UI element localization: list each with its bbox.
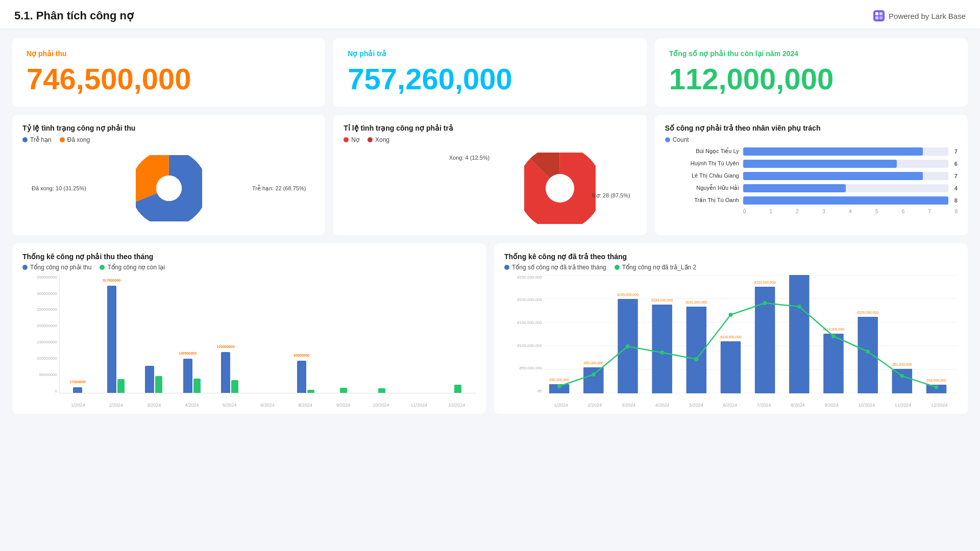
legend-dot-green [100,265,105,270]
svg-rect-0 [873,10,885,21]
svg-text:đ195,000,000: đ195,000,000 [617,293,639,296]
kpi-card-receivable: Nợ phải thu 746,500,000 [12,38,325,107]
hbar-track [743,184,948,192]
kpi-label-2: Tổng số nợ phải thu còn lại năm 2024 [669,49,953,58]
vchart1-green-bar [307,390,314,393]
svg-text:đ222,000,000: đ222,000,000 [754,281,776,284]
powered-by-label: Powered by Lark Base [889,12,966,20]
vchart1-blue-bar-label: 120000000 [217,345,235,348]
legend-dot-blue3 [22,265,28,270]
legend-item-xong: Xong [368,136,389,143]
legend-dot-blue [22,137,28,142]
svg-point-44 [660,350,664,355]
chart3-title: Số công nợ phải trả theo nhân viên phụ t… [665,124,958,132]
vchart1-green-bar [117,379,125,393]
legend-item-no: Nợ [344,136,359,143]
vchart1-blue-bar: 120000000 [221,352,230,393]
svg-point-50 [866,349,870,354]
legend-label-trêhan: Trễ hạn [30,136,52,143]
vchart1-bar-group [364,388,400,393]
chart3-axis: 012345678 [743,209,958,214]
svg-rect-2 [879,12,883,15]
svg-text:đ108,500,000: đ108,500,000 [720,335,741,339]
legend-label-remaining: Tổng công nợ còn lại [107,264,164,271]
hbar-value: 7 [954,173,958,179]
vchart1-xlabel: 2/2024 [97,403,135,408]
vchart1-xlabel: 10/2024 [362,403,400,408]
vchart1-bar-group: 17000000 [60,387,95,393]
hbar-axis-label: 8 [954,209,958,214]
hbar-label: Lê Thị Châu Giang [665,172,739,179]
main-content: Nợ phải thu 746,500,000 Nợ phải trả 757,… [0,29,980,423]
hbar-fill [743,196,948,205]
svg-point-49 [831,334,836,338]
vchart1-green-bar [454,385,461,393]
legend-dot-orange [60,137,65,142]
legend-dot-blue4 [504,265,509,270]
header: 5.1. Phân tích công nợ Powered by Lark B… [0,0,980,29]
svg-point-42 [592,372,596,377]
chart-staff-payable: Số công nợ phải trả theo nhân viên phụ t… [655,115,968,235]
hbar-axis-label: 2 [796,209,799,214]
vchart1-yaxis: 350000000 300000000 250000000 200000000 … [22,275,59,393]
vchart1-blue-bar-label: 95000000 [293,354,309,357]
vchart1-green-bar [378,388,385,393]
legend-item-trêhan: Trễ hạn [22,136,52,143]
svg-text:đ30,000,000: đ30,000,000 [549,378,569,382]
kpi-value-2: 112,000,000 [669,63,953,95]
legend-item-daxong: Đã xong [60,136,90,143]
chart2-title: Tỉ lệ tình trạng công nợ phải trả [344,124,636,132]
hbar-track [743,160,948,168]
chart2-legend: Nợ Xong [344,136,636,143]
vchart1-xlabel: 5/2024 [211,403,249,408]
vchart1-xlabel: 4/2024 [173,403,211,408]
vchart1-blue-bar: 317000000 [107,286,116,393]
svg-rect-27 [721,341,741,393]
powered-by-section: Powered by Lark Base [873,10,966,21]
chart2-svg: đ30,000,000 đ55,000,000 đ195,000,000 đ18… [544,275,958,393]
vchart2-yaxis: đ250,000,000 đ200,000,000 đ150,000,000 đ… [504,275,544,393]
svg-point-51 [900,374,904,378]
vchart1-xlabel: 1/2024 [59,403,97,408]
kpi-label-1: Nợ phải trả [348,49,632,58]
legend-label-paid-monthly: Tổng số công nợ đã trả theo tháng [512,264,606,271]
vchart1-green-bar [193,379,201,393]
hbar-fill [743,147,923,156]
chart1-label-left: Đã xong: 10 (31.25%) [32,185,86,191]
vchart1-bar-group [326,388,361,393]
svg-rect-4 [879,16,883,19]
bottom-chart-row: Thống kê công nợ phải thu theo tháng Tổn… [12,243,968,414]
svg-point-43 [626,344,630,348]
chart-receivable-status: Tỷ lệ tình trạng công nợ phải thu Trễ hạ… [12,115,325,235]
legend-label-paid-2nd: Tổng công nợ đã trả_Lần 2 [622,264,696,271]
kpi-card-remaining: Tổng số nợ phải thu còn lại năm 2024 112… [655,38,968,107]
svg-rect-37 [892,369,913,393]
vchart1-xlabel: 12/2024 [438,403,476,408]
vchart1-blue-bar-label: 100500000 [179,352,197,355]
vchart2-main: đ30,000,000 đ55,000,000 đ195,000,000 đ18… [544,275,958,393]
vchart1-xlabel: 11/2024 [400,403,438,408]
chart3-legend: Count [665,136,958,143]
hbar-axis-label: 1 [770,209,773,214]
hbar-value: 8 [954,197,958,204]
hbar-label: Trần Thị Tú Oanh [665,197,739,204]
vchart1-xlabel: 9/2024 [324,403,362,408]
kpi-value-1: 757,260,000 [348,63,632,95]
chart-receivable-monthly: Thống kê công nợ phải thu theo tháng Tổn… [12,243,486,414]
svg-point-10 [546,174,574,203]
vchart1-green-bar [231,380,238,393]
kpi-row: Nợ phải thu 746,500,000 Nợ phải trả 757,… [12,38,968,107]
legend-dot-red [344,137,349,142]
vchart1-blue-bar: 100500000 [183,359,192,393]
bottom-chart1-legend: Tổng công nợ phải thu Tổng công nợ còn l… [22,264,476,271]
hbar-axis-label: 7 [928,209,932,214]
hbar-track [743,172,948,180]
vchart1-bars: 1700000031700000010050000012000000095000… [59,275,476,393]
legend-item-remaining: Tổng công nợ còn lại [100,264,164,271]
chart1-legend: Trễ hạn Đã xong [22,136,315,143]
chart3-bar-area: Bùi Ngọc Tiểu Ly7Huỳnh Thị Tú Uyên6Lê Th… [665,147,958,205]
bottom-chart2-legend: Tổng số công nợ đã trả theo tháng Tổng c… [504,264,958,271]
svg-text:đ18,000,000: đ18,000,000 [926,379,946,382]
svg-point-41 [557,384,561,388]
svg-point-46 [729,313,733,317]
